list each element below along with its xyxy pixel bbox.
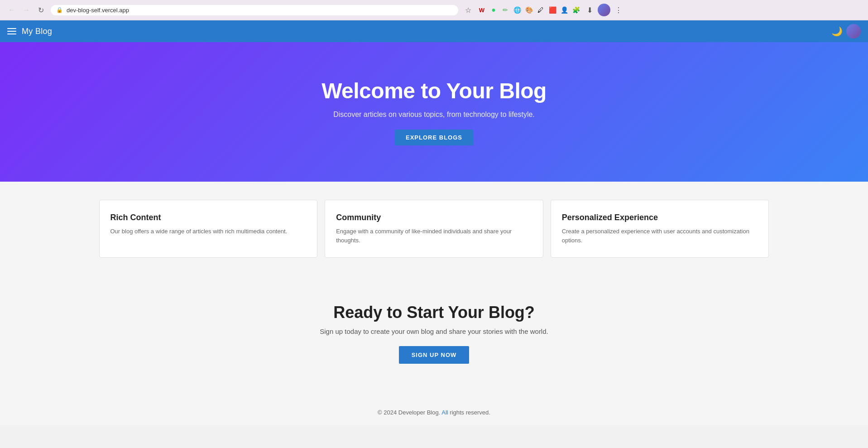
- feature-desc-rich-content: Our blog offers a wide range of articles…: [110, 227, 307, 236]
- ext-edit-icon[interactable]: ✏: [500, 5, 511, 15]
- theme-toggle-button[interactable]: 🌙: [831, 26, 843, 37]
- footer-suffix: rights reserved.: [450, 409, 490, 416]
- hero-section: Welcome to Your Blog Discover articles o…: [0, 42, 868, 182]
- feature-desc-personalized: Create a personalized experience with us…: [562, 227, 758, 245]
- footer-text: © 2024 Developer Blog. All rights reserv…: [9, 409, 859, 416]
- hero-title: Welcome to Your Blog: [321, 78, 547, 103]
- hero-subtitle: Discover articles on various topics, fro…: [333, 111, 535, 119]
- browser-nav-buttons: ← → ↻: [5, 4, 47, 16]
- chrome-profile-avatar[interactable]: [598, 4, 610, 16]
- ext-red-icon[interactable]: 🟥: [547, 5, 558, 15]
- hamburger-menu-button[interactable]: [7, 28, 16, 34]
- features-section: Rich Content Our blog offers a wide rang…: [0, 182, 868, 276]
- address-bar-input[interactable]: [67, 7, 453, 14]
- feature-card-community: Community Engage with a community of lik…: [325, 200, 543, 258]
- footer-copyright: © 2024 Developer Blog.: [378, 409, 440, 416]
- browser-chrome: ← → ↻ 🔒 ☆ W ● ✏ 🌐 🎨 🖊 🟥 👤 🧩 ⬇ ⋮: [0, 0, 868, 20]
- ext-puzzle-icon[interactable]: 🧩: [571, 5, 581, 15]
- more-options-button[interactable]: ⋮: [612, 4, 625, 16]
- app-title: My Blog: [22, 27, 52, 36]
- hamburger-line-3: [7, 34, 16, 34]
- navbar-right: 🌙: [831, 24, 861, 39]
- hamburger-line-1: [7, 28, 16, 29]
- address-bar-container: 🔒: [51, 5, 458, 15]
- bookmark-button[interactable]: ☆: [462, 4, 475, 16]
- ext-profile-icon[interactable]: 👤: [559, 5, 570, 15]
- reload-button[interactable]: ↻: [34, 4, 47, 16]
- cta-section: Ready to Start Your Blog? Sign up today …: [0, 276, 868, 391]
- feature-card-rich-content: Rich Content Our blog offers a wide rang…: [99, 200, 318, 258]
- ext-w-icon[interactable]: W: [476, 5, 487, 15]
- user-avatar[interactable]: [846, 24, 861, 39]
- ext-pen-icon[interactable]: 🖊: [535, 5, 546, 15]
- ext-color-icon[interactable]: 🎨: [523, 5, 534, 15]
- footer-highlight: All: [441, 409, 448, 416]
- download-button[interactable]: ⬇: [583, 4, 596, 16]
- explore-blogs-button[interactable]: EXPLORE BLOGS: [395, 130, 473, 145]
- cta-title: Ready to Start Your Blog?: [9, 303, 859, 322]
- back-button[interactable]: ←: [5, 4, 18, 16]
- feature-desc-community: Engage with a community of like-minded i…: [336, 227, 532, 245]
- feature-title-rich-content: Rich Content: [110, 213, 307, 222]
- security-icon: 🔒: [56, 7, 63, 13]
- cta-subtitle: Sign up today to create your own blog an…: [9, 328, 859, 335]
- ext-globe-icon[interactable]: 🌐: [512, 5, 523, 15]
- extension-icons: W ● ✏ 🌐 🎨 🖊 🟥 👤 🧩: [476, 5, 581, 15]
- feature-title-community: Community: [336, 213, 532, 222]
- app-navbar: My Blog 🌙: [0, 20, 868, 42]
- features-grid: Rich Content Our blog offers a wide rang…: [99, 200, 769, 258]
- feature-title-personalized: Personalized Experience: [562, 213, 758, 222]
- feature-card-personalized: Personalized Experience Create a persona…: [551, 200, 769, 258]
- sign-up-button[interactable]: SIGN UP NOW: [399, 346, 470, 364]
- forward-button[interactable]: →: [20, 4, 33, 16]
- browser-toolbar-right: ☆ W ● ✏ 🌐 🎨 🖊 🟥 👤 🧩 ⬇ ⋮: [462, 4, 625, 16]
- ext-whatsapp-icon[interactable]: ●: [488, 5, 499, 15]
- footer: © 2024 Developer Blog. All rights reserv…: [0, 391, 868, 425]
- hamburger-line-2: [7, 31, 16, 32]
